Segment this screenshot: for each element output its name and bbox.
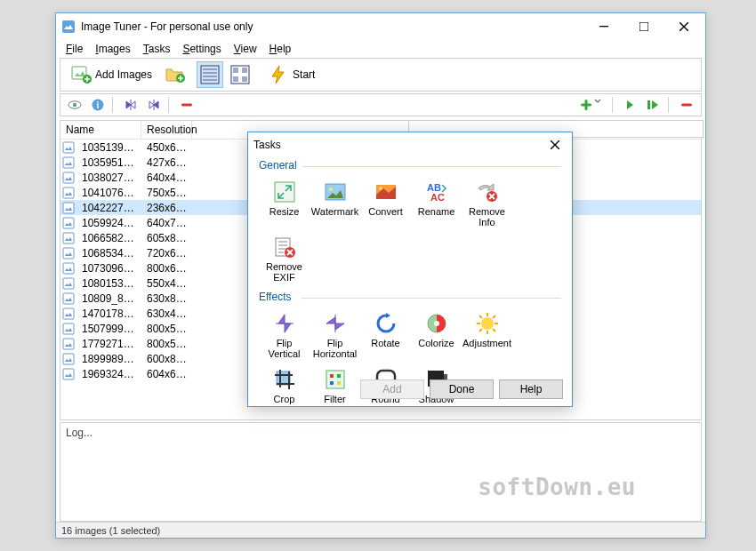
start-label: Start	[293, 68, 315, 81]
task-label: Watermark	[311, 206, 358, 217]
rotate-right-button[interactable]	[143, 95, 165, 115]
task-label: Colorize	[418, 338, 454, 348]
info-icon	[91, 98, 105, 112]
grid-view-icon	[229, 64, 251, 85]
image-file-icon	[62, 232, 75, 244]
task-adjustment[interactable]: Adjustment	[462, 308, 512, 363]
eye-icon	[68, 98, 82, 112]
task-label: Resize	[269, 206, 300, 217]
maximize-button[interactable]	[623, 14, 664, 39]
remove-button[interactable]	[176, 95, 197, 115]
cell-resolution: 720x617	[141, 247, 192, 260]
task-filter[interactable]: Filter	[310, 364, 360, 409]
image-file-icon	[62, 156, 75, 169]
add-images-button[interactable]: Add Images	[64, 61, 158, 88]
cell-name: 10685342_831...	[76, 247, 141, 260]
flip-right-icon	[147, 98, 161, 112]
task-flip-vertical[interactable]: FlipVertical	[259, 308, 310, 363]
main-window: Image Tuner - For personal use only File…	[55, 12, 706, 539]
flip-vertical-icon	[272, 311, 297, 336]
dialog-title: Tasks	[253, 139, 543, 151]
cell-name: 10801530_831...	[76, 277, 141, 290]
cell-name: 10422277_831...	[76, 202, 141, 214]
cell-name: 10380275_831...	[76, 172, 141, 184]
cell-resolution: 236x640	[141, 202, 192, 214]
log-panel: Log...	[60, 422, 702, 522]
cell-name: 10351394_831...	[76, 141, 141, 154]
task-add-button[interactable]	[578, 95, 608, 115]
image-file-icon	[62, 353, 75, 365]
chevron-down-icon	[594, 98, 607, 112]
task-remove-info[interactable]: RemoveInfo	[462, 177, 512, 232]
dialog-help-button[interactable]: Help	[499, 379, 563, 399]
cell-name: 10730962_831...	[76, 262, 141, 275]
dialog-done-button[interactable]: Done	[430, 379, 494, 399]
cell-name: 1470178_8318...	[76, 307, 141, 320]
cell-resolution: 605x806	[141, 232, 192, 244]
resize-icon	[272, 180, 297, 204]
menu-images[interactable]: Images	[89, 42, 136, 56]
view-list-button[interactable]	[197, 61, 223, 88]
cell-name: 10665826_764...	[76, 232, 141, 244]
watermark-icon	[323, 180, 348, 204]
image-file-icon	[62, 187, 75, 199]
col-header-resolution[interactable]: Resolution	[141, 121, 192, 139]
task-rename[interactable]: Rename	[411, 177, 462, 232]
image-file-icon	[62, 307, 75, 320]
task-rotate[interactable]: Rotate	[360, 308, 411, 363]
group-general-label: General	[259, 159, 561, 172]
minimize-button[interactable]	[583, 14, 623, 39]
task-flip-horizontal[interactable]: FlipHorizontal	[310, 308, 360, 363]
add-folder-button[interactable]	[162, 61, 189, 88]
image-file-icon	[62, 368, 75, 380]
toolbar-main: Add Images Start	[60, 58, 702, 92]
cell-resolution: 800x600	[141, 262, 192, 275]
plus-icon	[579, 98, 592, 112]
image-file-icon	[62, 141, 75, 154]
menu-file[interactable]: File	[60, 42, 89, 56]
task-run-button[interactable]	[620, 95, 641, 115]
task-label: Convert	[368, 206, 403, 217]
titlebar: Image Tuner - For personal use only	[56, 13, 705, 40]
add-image-icon	[70, 64, 92, 85]
task-remove-exif[interactable]: RemoveEXIF	[259, 232, 310, 287]
task-label: Rotate	[371, 338, 399, 348]
dialog-add-button[interactable]: Add	[360, 379, 424, 399]
folder-add-icon	[165, 64, 186, 85]
cell-resolution: 450x600	[141, 141, 192, 154]
task-remove-button[interactable]	[676, 95, 697, 115]
menu-settings[interactable]: Settings	[176, 42, 227, 56]
task-runall-button[interactable]	[643, 95, 664, 115]
task-colorize[interactable]: Colorize	[411, 308, 462, 363]
cell-resolution: 640x415	[141, 172, 192, 184]
cell-resolution: 800x599	[141, 338, 192, 350]
cell-resolution: 427x640	[141, 156, 192, 169]
dialog-titlebar: Tasks	[248, 132, 572, 157]
task-resize[interactable]: Resize	[259, 177, 310, 232]
task-watermark[interactable]: Watermark	[310, 177, 360, 232]
start-button[interactable]: Start	[261, 61, 321, 88]
menu-tasks[interactable]: Tasks	[137, 42, 177, 56]
rotate-left-button[interactable]	[120, 95, 141, 115]
cell-resolution: 800x596	[141, 323, 192, 335]
play-all-icon	[647, 98, 661, 112]
colorize-icon	[424, 311, 449, 336]
app-icon	[61, 20, 76, 34]
statusbar: 16 images (1 selected)	[56, 522, 705, 538]
close-button[interactable]	[664, 14, 704, 39]
task-label: RemoveInfo	[469, 206, 505, 228]
menu-view[interactable]: View	[228, 42, 263, 56]
col-header-name[interactable]: Name	[60, 121, 141, 139]
image-file-icon	[62, 338, 75, 350]
task-crop[interactable]: Crop	[259, 364, 310, 409]
dialog-close-button[interactable]	[543, 134, 567, 156]
task-convert[interactable]: Convert	[360, 177, 411, 232]
task-label: Crop	[274, 394, 295, 404]
info-button[interactable]	[87, 95, 109, 115]
view-grid-button[interactable]	[227, 61, 253, 88]
rotate-icon	[374, 311, 398, 336]
menu-help[interactable]: Help	[263, 42, 298, 56]
list-view-icon	[199, 64, 221, 85]
cell-resolution: 604x640	[141, 368, 192, 380]
preview-button[interactable]	[64, 95, 85, 115]
